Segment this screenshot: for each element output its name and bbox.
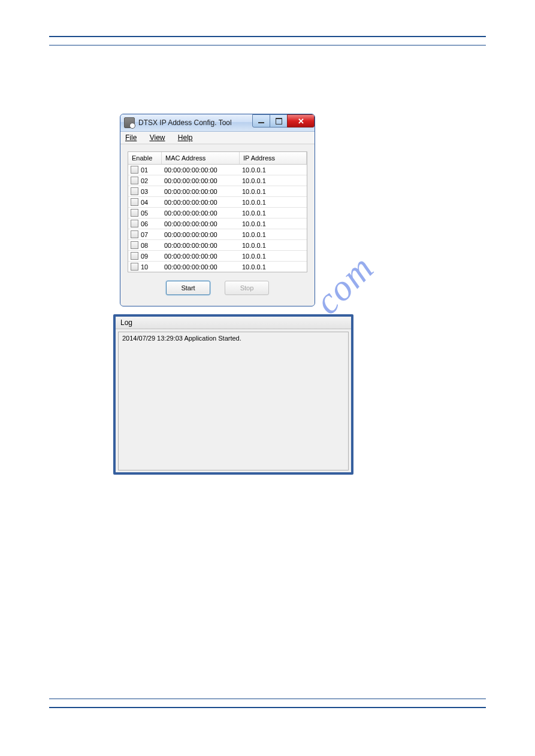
page-top-rule-thick [49,36,486,37]
cell-mac[interactable]: 00:00:00:00:00:00 [162,253,240,260]
row-number: 02 [141,177,148,184]
menu-help[interactable]: Help [178,133,193,142]
cell-ip[interactable]: 10.0.0.1 [240,177,307,184]
client-area: Enable MAC Address IP Address 0100:00:00… [120,144,315,306]
cell-ip[interactable]: 10.0.0.1 [240,242,307,249]
maximize-icon [276,118,282,125]
row-number: 08 [141,242,148,249]
table-row[interactable]: 0100:00:00:00:00:0010.0.0.1 [128,165,307,175]
enable-checkbox[interactable] [131,198,138,206]
cell-enable: 04 [128,198,162,206]
enable-checkbox[interactable] [131,209,138,217]
row-number: 05 [141,210,148,217]
log-window: Log 2014/07/29 13:29:03 Application Star… [113,314,353,475]
enable-checkbox[interactable] [131,220,138,227]
row-number: 09 [141,253,148,260]
col-enable[interactable]: Enable [128,152,162,164]
titlebar[interactable]: DTSX IP Addess Config. Tool ✕ [120,114,315,132]
window-title: DTSX IP Addess Config. Tool [138,119,232,127]
button-row: Start Stop [128,272,307,299]
table-row[interactable]: 0600:00:00:00:00:0010.0.0.1 [128,218,307,229]
enable-checkbox[interactable] [131,177,138,184]
close-button[interactable]: ✕ [287,114,315,127]
cell-enable: 02 [128,177,162,184]
start-button[interactable]: Start [166,281,210,295]
page-bottom-rule-thick [49,707,486,708]
app-icon [124,117,135,128]
cell-enable: 03 [128,187,162,195]
row-number: 01 [141,166,148,174]
minimize-button[interactable] [252,114,270,127]
col-ip[interactable]: IP Address [240,152,307,164]
cell-enable: 10 [128,263,162,271]
cell-enable: 01 [128,166,162,174]
table-row[interactable]: 0900:00:00:00:00:0010.0.0.1 [128,251,307,262]
main-app-window: DTSX IP Addess Config. Tool ✕ File View … [120,114,315,306]
cell-enable: 06 [128,220,162,227]
table-header: Enable MAC Address IP Address [128,152,307,165]
cell-enable: 08 [128,241,162,249]
table-row[interactable]: 0800:00:00:00:00:0010.0.0.1 [128,240,307,251]
cell-mac[interactable]: 00:00:00:00:00:00 [162,242,240,249]
cell-enable: 09 [128,252,162,260]
cell-mac[interactable]: 00:00:00:00:00:00 [162,220,240,227]
cell-ip[interactable]: 10.0.0.1 [240,166,307,174]
page-bottom-rule-thin [49,699,486,699]
table-row[interactable]: 0500:00:00:00:00:0010.0.0.1 [128,208,307,218]
close-icon: ✕ [298,117,304,126]
table-row[interactable]: 0400:00:00:00:00:0010.0.0.1 [128,197,307,208]
row-number: 06 [141,220,148,227]
menubar: File View Help [120,132,315,144]
enable-checkbox[interactable] [131,241,138,249]
row-number: 10 [141,263,148,271]
cell-mac[interactable]: 00:00:00:00:00:00 [162,188,240,195]
cell-mac[interactable]: 00:00:00:00:00:00 [162,177,240,184]
enable-checkbox[interactable] [131,166,138,174]
cell-ip[interactable]: 10.0.0.1 [240,231,307,238]
row-number: 04 [141,199,148,206]
cell-ip[interactable]: 10.0.0.1 [240,199,307,206]
log-entry: 2014/07/29 13:29:03 Application Started. [122,335,344,342]
enable-checkbox[interactable] [131,263,138,271]
cell-ip[interactable]: 10.0.0.1 [240,253,307,260]
row-number: 07 [141,231,148,238]
cell-enable: 05 [128,209,162,217]
cell-ip[interactable]: 10.0.0.1 [240,188,307,195]
log-title: Log [116,317,351,329]
table-row[interactable]: 0300:00:00:00:00:0010.0.0.1 [128,186,307,197]
cell-ip[interactable]: 10.0.0.1 [240,263,307,271]
enable-checkbox[interactable] [131,252,138,260]
col-mac[interactable]: MAC Address [162,152,240,164]
address-table: Enable MAC Address IP Address 0100:00:00… [128,151,307,272]
cell-ip[interactable]: 10.0.0.1 [240,220,307,227]
menu-file[interactable]: File [125,133,137,142]
menu-view[interactable]: View [150,133,165,142]
cell-mac[interactable]: 00:00:00:00:00:00 [162,166,240,174]
table-row[interactable]: 1000:00:00:00:00:0010.0.0.1 [128,262,307,272]
cell-mac[interactable]: 00:00:00:00:00:00 [162,199,240,206]
cell-enable: 07 [128,230,162,238]
table-row[interactable]: 0200:00:00:00:00:0010.0.0.1 [128,175,307,186]
enable-checkbox[interactable] [131,187,138,195]
cell-mac[interactable]: 00:00:00:00:00:00 [162,231,240,238]
log-body: 2014/07/29 13:29:03 Application Started. [118,332,349,470]
row-number: 03 [141,188,148,195]
cell-mac[interactable]: 00:00:00:00:00:00 [162,263,240,271]
window-controls: ✕ [253,114,315,126]
minimize-icon [258,122,264,123]
cell-ip[interactable]: 10.0.0.1 [240,210,307,217]
maximize-button[interactable] [270,114,288,127]
enable-checkbox[interactable] [131,230,138,238]
table-row[interactable]: 0700:00:00:00:00:0010.0.0.1 [128,229,307,240]
page-top-rule-thin [49,45,486,45]
cell-mac[interactable]: 00:00:00:00:00:00 [162,210,240,217]
stop-button: Stop [225,281,269,295]
